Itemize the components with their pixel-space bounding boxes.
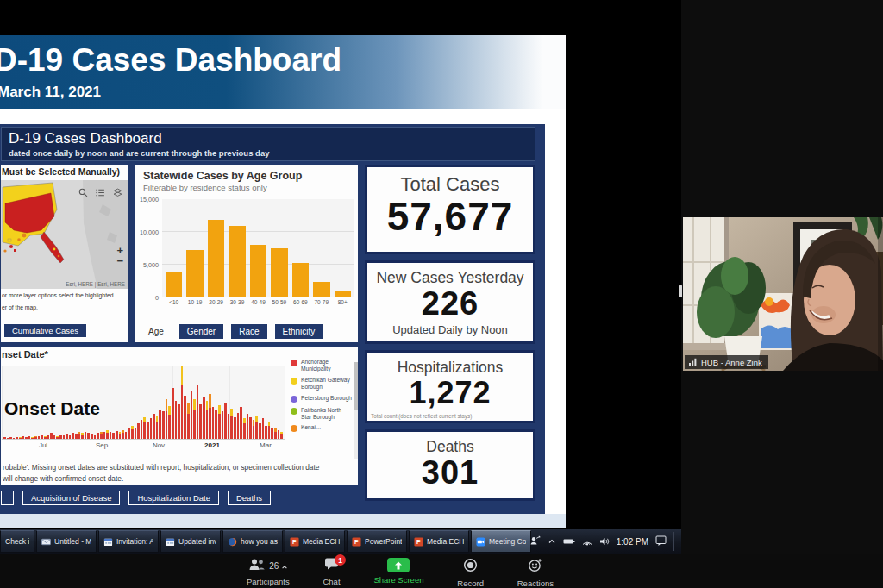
- participants-count: 26: [269, 561, 279, 571]
- zoom-meeting-toolbar: 26 Participants 1 Chat Share Screen Reco…: [0, 554, 883, 588]
- onset-bar: [259, 423, 261, 439]
- chevron-up-icon[interactable]: [281, 559, 288, 574]
- network-icon[interactable]: [582, 534, 592, 549]
- search-icon[interactable]: [78, 185, 88, 201]
- participants-button[interactable]: 26 Participants: [247, 554, 290, 588]
- taskbar-item-label: Meeting Controls: [489, 537, 526, 546]
- map-zoom-controls: + −: [116, 246, 123, 266]
- x-tick-label: 70-79: [313, 299, 329, 305]
- share-screen-button[interactable]: Share Screen: [373, 554, 423, 588]
- legend-label: Anchorage Municipality: [301, 359, 353, 372]
- slide-bottom-strip: [0, 514, 566, 528]
- legend-scrollbar[interactable]: [354, 362, 358, 459]
- onset-bar: [3, 437, 6, 439]
- chevron-up-icon[interactable]: [548, 534, 556, 549]
- powerpoint-icon: P: [352, 537, 361, 547]
- onset-bar: [212, 407, 215, 439]
- x-tick-label: 20-29: [208, 299, 224, 305]
- map-toolbar: [78, 185, 122, 201]
- bar-20-29: [208, 220, 224, 297]
- record-label: Record: [457, 579, 484, 588]
- taskbar-item-how-you-ask-ques[interactable]: how you ask ques...: [222, 530, 283, 553]
- legend-item-fairbanks-north-star-borough: Fairbanks North Star Borough: [291, 407, 353, 421]
- presenting-person-icon[interactable]: [529, 534, 541, 549]
- onset-bar: [206, 401, 209, 439]
- onset-bar: [85, 432, 87, 439]
- button-acquisition-of-disease[interactable]: Acquisition of Disease: [22, 491, 120, 505]
- reactions-icon: [528, 558, 542, 576]
- tab-age[interactable]: Age: [140, 323, 172, 340]
- onset-bar: [193, 399, 196, 439]
- onset-bar: [168, 406, 171, 439]
- age-chart-y-axis: 15,00010,0005,0000: [138, 199, 160, 297]
- legend-scrollbar-thumb[interactable]: [354, 362, 358, 410]
- participants-icon: [247, 558, 266, 574]
- taskbar-item-meeting-controls[interactable]: Meeting Controls: [471, 530, 531, 553]
- button-hospitalization-date[interactable]: Hospitalization Date: [128, 491, 219, 505]
- onset-bar: [262, 418, 265, 439]
- tab-gender[interactable]: Gender: [178, 323, 224, 340]
- taskbar-item-label: Media ECHO Slid...: [303, 537, 340, 546]
- onset-bar: [268, 422, 271, 439]
- chat-button[interactable]: 1 Chat: [323, 554, 340, 588]
- tab-ethnicity[interactable]: Ethnicity: [274, 323, 324, 340]
- x-tick-label: Nov: [153, 441, 165, 449]
- map-panel-title: Must be Selected Manually): [2, 166, 120, 177]
- calendar-icon: [103, 537, 113, 547]
- taskbar-item-invitation-alaska[interactable]: Invitation: Alaska ...: [98, 530, 159, 553]
- volume-icon[interactable]: [599, 534, 610, 549]
- record-button[interactable]: Record: [457, 554, 484, 588]
- participant-video[interactable]: HUB - Anne Zink: [683, 217, 883, 371]
- onset-bar: [199, 404, 202, 439]
- mail-icon: [41, 537, 51, 547]
- dashboard-header: D-19 Cases Dashboard dated once daily by…: [1, 127, 535, 161]
- onset-bar: [9, 437, 12, 439]
- onset-bar: [125, 432, 128, 439]
- tab-race[interactable]: Race: [230, 323, 267, 340]
- taskbar-item-powerpoint-slide[interactable]: PPowerPoint Slide ...: [347, 530, 407, 553]
- reactions-button[interactable]: Reactions: [517, 554, 554, 588]
- button-partial[interactable]: [1, 491, 14, 505]
- x-tick-label: 60-69: [292, 299, 309, 305]
- windows-taskbar: Check in ...Untitled - Messag...Invitati…: [0, 529, 681, 554]
- cumulative-cases-button[interactable]: Cumulative Cases: [3, 323, 87, 338]
- clock[interactable]: 1:02 PM: [617, 537, 648, 547]
- taskbar-item-media-echo-slid[interactable]: PMedia ECHO Slid...: [409, 530, 469, 553]
- legend-label: Fairbanks North Star Borough: [301, 407, 353, 421]
- onset-bar: [175, 401, 178, 439]
- onset-bar: [240, 407, 242, 439]
- stat-title: Total Cases: [367, 173, 533, 196]
- taskbar-item-updated-invitatio[interactable]: Updated invitatio...: [160, 530, 221, 553]
- show-desktop-button[interactable]: [673, 532, 678, 551]
- bar-60-69: [292, 263, 309, 297]
- zoom-out-button[interactable]: −: [116, 256, 123, 266]
- onset-bar: [7, 438, 9, 439]
- taskbar-item-untitled-messag[interactable]: Untitled - Messag...: [36, 530, 97, 553]
- onset-buttons: Acquisition of DiseaseHospitalization Da…: [1, 491, 271, 505]
- onset-bar: [100, 432, 103, 439]
- onset-chart-x-axis: JulSepNov2021Mar: [2, 441, 285, 452]
- button-deaths[interactable]: Deaths: [228, 491, 271, 505]
- video-panel-drag-handle[interactable]: [679, 285, 682, 297]
- taskbar-item-check-in[interactable]: Check in ...: [0, 530, 34, 553]
- taskbar-item-label: Untitled - Messag...: [54, 537, 91, 546]
- layers-icon[interactable]: [113, 185, 122, 201]
- battery-icon[interactable]: [563, 534, 575, 549]
- legend-dot: [291, 378, 297, 385]
- legend-item-petersburg-borough: Petersburg Borough: [291, 395, 353, 403]
- onset-bar: [278, 430, 280, 439]
- legend-item-kenai: Kenai…: [291, 424, 353, 432]
- onset-bar: [147, 422, 149, 439]
- stat-note: Updated Daily by Noon: [367, 323, 533, 336]
- legend-list-icon[interactable]: [96, 185, 105, 201]
- alaska-map[interactable]: + − Esri, HERE | Esri, HERE: [1, 180, 128, 289]
- share-screen-label: Share Screen: [373, 575, 423, 585]
- firefox-icon: [228, 537, 237, 547]
- taskbar-item-media-echo-slid[interactable]: PMedia ECHO Slid...: [285, 530, 345, 553]
- y-tick-label: 15,000: [140, 196, 159, 203]
- onset-bar: [172, 388, 174, 439]
- bar-50-59: [271, 248, 287, 297]
- onset-bar: [97, 433, 99, 439]
- onset-bar: [41, 435, 43, 439]
- action-center-icon[interactable]: [655, 534, 667, 549]
